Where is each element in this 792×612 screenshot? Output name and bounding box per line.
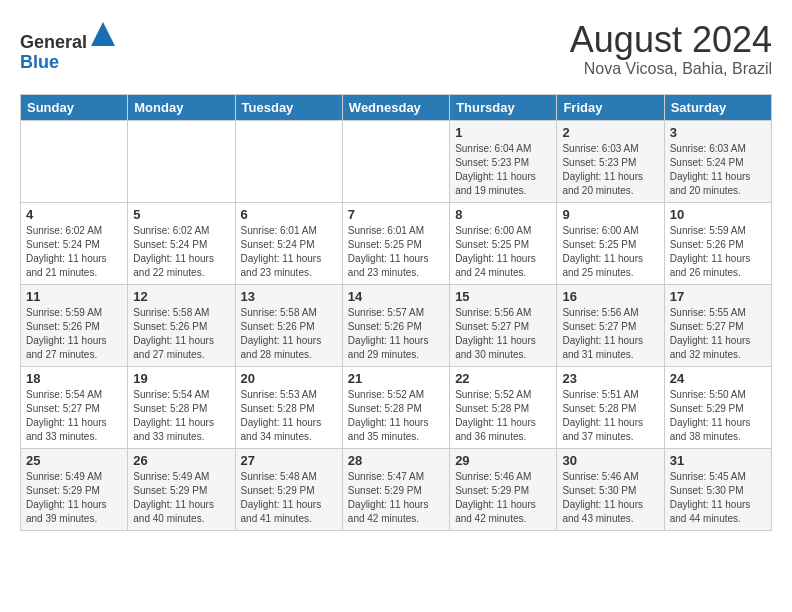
day-info: Sunrise: 5:54 AM Sunset: 5:28 PM Dayligh… xyxy=(133,388,229,444)
day-number: 12 xyxy=(133,289,229,304)
logo: General Blue xyxy=(20,20,117,73)
logo-general: General xyxy=(20,32,87,52)
day-cell-4-7: 24Sunrise: 5:50 AM Sunset: 5:29 PM Dayli… xyxy=(664,366,771,448)
day-cell-4-5: 22Sunrise: 5:52 AM Sunset: 5:28 PM Dayli… xyxy=(450,366,557,448)
day-cell-2-6: 9Sunrise: 6:00 AM Sunset: 5:25 PM Daylig… xyxy=(557,202,664,284)
calendar-body: 1Sunrise: 6:04 AM Sunset: 5:23 PM Daylig… xyxy=(21,120,772,530)
day-info: Sunrise: 5:54 AM Sunset: 5:27 PM Dayligh… xyxy=(26,388,122,444)
day-cell-4-3: 20Sunrise: 5:53 AM Sunset: 5:28 PM Dayli… xyxy=(235,366,342,448)
day-number: 16 xyxy=(562,289,658,304)
calendar-table: SundayMondayTuesdayWednesdayThursdayFrid… xyxy=(20,94,772,531)
day-cell-2-3: 6Sunrise: 6:01 AM Sunset: 5:24 PM Daylig… xyxy=(235,202,342,284)
day-number: 8 xyxy=(455,207,551,222)
day-info: Sunrise: 5:46 AM Sunset: 5:29 PM Dayligh… xyxy=(455,470,551,526)
day-header-tuesday: Tuesday xyxy=(235,94,342,120)
page-header: General Blue August 2024 Nova Vicosa, Ba… xyxy=(20,20,772,78)
day-number: 24 xyxy=(670,371,766,386)
day-info: Sunrise: 5:59 AM Sunset: 5:26 PM Dayligh… xyxy=(670,224,766,280)
day-info: Sunrise: 6:02 AM Sunset: 5:24 PM Dayligh… xyxy=(133,224,229,280)
day-cell-1-7: 3Sunrise: 6:03 AM Sunset: 5:24 PM Daylig… xyxy=(664,120,771,202)
day-info: Sunrise: 5:53 AM Sunset: 5:28 PM Dayligh… xyxy=(241,388,337,444)
day-number: 3 xyxy=(670,125,766,140)
day-header-sunday: Sunday xyxy=(21,94,128,120)
day-cell-3-5: 15Sunrise: 5:56 AM Sunset: 5:27 PM Dayli… xyxy=(450,284,557,366)
day-header-thursday: Thursday xyxy=(450,94,557,120)
day-number: 29 xyxy=(455,453,551,468)
day-number: 23 xyxy=(562,371,658,386)
day-info: Sunrise: 5:58 AM Sunset: 5:26 PM Dayligh… xyxy=(241,306,337,362)
day-cell-2-7: 10Sunrise: 5:59 AM Sunset: 5:26 PM Dayli… xyxy=(664,202,771,284)
day-cell-5-4: 28Sunrise: 5:47 AM Sunset: 5:29 PM Dayli… xyxy=(342,448,449,530)
day-info: Sunrise: 5:46 AM Sunset: 5:30 PM Dayligh… xyxy=(562,470,658,526)
day-number: 22 xyxy=(455,371,551,386)
day-number: 30 xyxy=(562,453,658,468)
week-row-5: 25Sunrise: 5:49 AM Sunset: 5:29 PM Dayli… xyxy=(21,448,772,530)
day-cell-5-1: 25Sunrise: 5:49 AM Sunset: 5:29 PM Dayli… xyxy=(21,448,128,530)
day-cell-5-7: 31Sunrise: 5:45 AM Sunset: 5:30 PM Dayli… xyxy=(664,448,771,530)
week-row-3: 11Sunrise: 5:59 AM Sunset: 5:26 PM Dayli… xyxy=(21,284,772,366)
day-header-wednesday: Wednesday xyxy=(342,94,449,120)
day-number: 20 xyxy=(241,371,337,386)
day-number: 26 xyxy=(133,453,229,468)
day-cell-1-5: 1Sunrise: 6:04 AM Sunset: 5:23 PM Daylig… xyxy=(450,120,557,202)
day-info: Sunrise: 6:00 AM Sunset: 5:25 PM Dayligh… xyxy=(455,224,551,280)
day-number: 11 xyxy=(26,289,122,304)
day-info: Sunrise: 5:56 AM Sunset: 5:27 PM Dayligh… xyxy=(562,306,658,362)
day-info: Sunrise: 5:56 AM Sunset: 5:27 PM Dayligh… xyxy=(455,306,551,362)
day-cell-4-2: 19Sunrise: 5:54 AM Sunset: 5:28 PM Dayli… xyxy=(128,366,235,448)
day-cell-3-4: 14Sunrise: 5:57 AM Sunset: 5:26 PM Dayli… xyxy=(342,284,449,366)
day-info: Sunrise: 5:58 AM Sunset: 5:26 PM Dayligh… xyxy=(133,306,229,362)
day-number: 15 xyxy=(455,289,551,304)
day-info: Sunrise: 6:03 AM Sunset: 5:24 PM Dayligh… xyxy=(670,142,766,198)
day-cell-2-2: 5Sunrise: 6:02 AM Sunset: 5:24 PM Daylig… xyxy=(128,202,235,284)
day-number: 14 xyxy=(348,289,444,304)
day-cell-3-6: 16Sunrise: 5:56 AM Sunset: 5:27 PM Dayli… xyxy=(557,284,664,366)
day-cell-4-6: 23Sunrise: 5:51 AM Sunset: 5:28 PM Dayli… xyxy=(557,366,664,448)
day-number: 1 xyxy=(455,125,551,140)
day-cell-5-5: 29Sunrise: 5:46 AM Sunset: 5:29 PM Dayli… xyxy=(450,448,557,530)
day-info: Sunrise: 5:52 AM Sunset: 5:28 PM Dayligh… xyxy=(348,388,444,444)
day-header-friday: Friday xyxy=(557,94,664,120)
day-number: 25 xyxy=(26,453,122,468)
day-cell-3-2: 12Sunrise: 5:58 AM Sunset: 5:26 PM Dayli… xyxy=(128,284,235,366)
day-info: Sunrise: 6:02 AM Sunset: 5:24 PM Dayligh… xyxy=(26,224,122,280)
day-info: Sunrise: 5:55 AM Sunset: 5:27 PM Dayligh… xyxy=(670,306,766,362)
logo-icon xyxy=(89,20,117,48)
day-number: 9 xyxy=(562,207,658,222)
day-cell-3-3: 13Sunrise: 5:58 AM Sunset: 5:26 PM Dayli… xyxy=(235,284,342,366)
day-cell-1-2 xyxy=(128,120,235,202)
title-block: August 2024 Nova Vicosa, Bahia, Brazil xyxy=(570,20,772,78)
day-cell-3-1: 11Sunrise: 5:59 AM Sunset: 5:26 PM Dayli… xyxy=(21,284,128,366)
day-cell-1-6: 2Sunrise: 6:03 AM Sunset: 5:23 PM Daylig… xyxy=(557,120,664,202)
day-info: Sunrise: 6:00 AM Sunset: 5:25 PM Dayligh… xyxy=(562,224,658,280)
day-number: 4 xyxy=(26,207,122,222)
day-cell-1-3 xyxy=(235,120,342,202)
day-cell-4-4: 21Sunrise: 5:52 AM Sunset: 5:28 PM Dayli… xyxy=(342,366,449,448)
day-cell-1-1 xyxy=(21,120,128,202)
day-info: Sunrise: 6:04 AM Sunset: 5:23 PM Dayligh… xyxy=(455,142,551,198)
day-info: Sunrise: 5:50 AM Sunset: 5:29 PM Dayligh… xyxy=(670,388,766,444)
day-info: Sunrise: 6:01 AM Sunset: 5:25 PM Dayligh… xyxy=(348,224,444,280)
day-number: 27 xyxy=(241,453,337,468)
day-info: Sunrise: 5:57 AM Sunset: 5:26 PM Dayligh… xyxy=(348,306,444,362)
day-cell-4-1: 18Sunrise: 5:54 AM Sunset: 5:27 PM Dayli… xyxy=(21,366,128,448)
day-cell-2-1: 4Sunrise: 6:02 AM Sunset: 5:24 PM Daylig… xyxy=(21,202,128,284)
day-info: Sunrise: 6:03 AM Sunset: 5:23 PM Dayligh… xyxy=(562,142,658,198)
day-info: Sunrise: 5:52 AM Sunset: 5:28 PM Dayligh… xyxy=(455,388,551,444)
week-row-2: 4Sunrise: 6:02 AM Sunset: 5:24 PM Daylig… xyxy=(21,202,772,284)
day-number: 6 xyxy=(241,207,337,222)
day-cell-2-5: 8Sunrise: 6:00 AM Sunset: 5:25 PM Daylig… xyxy=(450,202,557,284)
day-cell-1-4 xyxy=(342,120,449,202)
day-cell-2-4: 7Sunrise: 6:01 AM Sunset: 5:25 PM Daylig… xyxy=(342,202,449,284)
week-row-1: 1Sunrise: 6:04 AM Sunset: 5:23 PM Daylig… xyxy=(21,120,772,202)
week-row-4: 18Sunrise: 5:54 AM Sunset: 5:27 PM Dayli… xyxy=(21,366,772,448)
logo-blue: Blue xyxy=(20,52,59,72)
day-header-saturday: Saturday xyxy=(664,94,771,120)
svg-marker-0 xyxy=(91,22,115,46)
day-header-monday: Monday xyxy=(128,94,235,120)
day-info: Sunrise: 6:01 AM Sunset: 5:24 PM Dayligh… xyxy=(241,224,337,280)
day-number: 13 xyxy=(241,289,337,304)
day-number: 21 xyxy=(348,371,444,386)
day-number: 28 xyxy=(348,453,444,468)
calendar-header-row: SundayMondayTuesdayWednesdayThursdayFrid… xyxy=(21,94,772,120)
